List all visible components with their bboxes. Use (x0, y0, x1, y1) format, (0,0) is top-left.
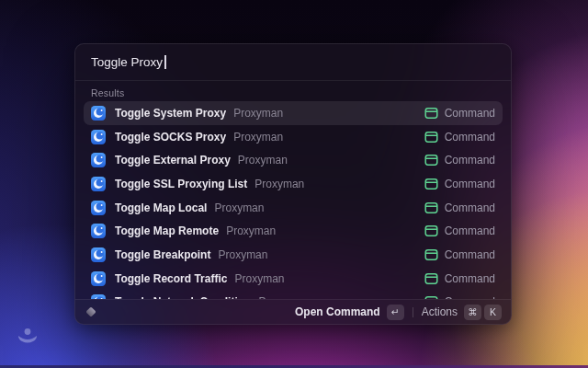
proxyman-app-icon (91, 153, 106, 167)
command-title: Toggle SSL Proxying List (115, 178, 247, 190)
list-item[interactable]: Toggle Breakpoint Proxyman Command (84, 243, 503, 267)
command-title: Toggle External Proxy (115, 154, 231, 167)
command-type-label: Command (445, 272, 495, 285)
list-item[interactable]: Toggle External Proxy Proxyman Command (84, 148, 503, 172)
command-subtitle: Proxyman (226, 224, 276, 237)
open-command-label: Open Command (295, 305, 380, 318)
command-type-label: Command (445, 107, 495, 120)
list-item[interactable]: Toggle SOCKS Proxy Proxyman Command (84, 125, 503, 149)
command-title: Toggle Record Traffic (115, 272, 227, 285)
list-item[interactable]: Toggle Network Condition Proxyman Comman… (84, 291, 503, 300)
command-subtitle: Proxyman (214, 201, 264, 214)
text-caret (164, 55, 166, 69)
results-section-label: Results (75, 81, 511, 101)
command-subtitle: Proxyman (254, 178, 304, 190)
command-type-label: Command (445, 154, 495, 167)
command-type-label: Command (445, 131, 495, 144)
command-subtitle: Proxyman (233, 131, 283, 144)
command-type-label: Command (445, 224, 495, 237)
list-item[interactable]: Toggle Record Traffic Proxyman Command (84, 267, 503, 291)
list-item[interactable]: Toggle SSL Proxying List Proxyman Comman… (84, 172, 503, 196)
terminal-window-icon (424, 224, 438, 237)
footer-divider (413, 307, 413, 317)
terminal-window-icon (424, 248, 438, 261)
proxyman-app-icon (91, 224, 106, 238)
list-item[interactable]: Toggle System Proxy Proxyman Command (84, 101, 503, 125)
actions-label: Actions (422, 305, 458, 318)
proxyman-app-icon (91, 177, 106, 191)
cmd-key-badge: ⌘ (464, 305, 481, 320)
terminal-window-icon (424, 131, 438, 144)
list-item[interactable]: Toggle Map Remote Proxyman Command (84, 219, 503, 243)
open-command-button[interactable]: Open Command ↵ (295, 305, 404, 320)
proxyman-app-icon (91, 130, 106, 144)
return-key-badge: ↵ (387, 305, 404, 320)
command-subtitle: Proxyman (234, 272, 284, 285)
actions-key-badges: ⌘ K (464, 305, 502, 320)
k-key-badge: K (484, 305, 502, 320)
footer-bar: Open Command ↵ Actions ⌘ K (75, 299, 511, 324)
proxyman-app-icon (91, 271, 106, 286)
search-value: Toggle Proxy (91, 55, 163, 69)
raycast-window: Toggle Proxy Results Toggle System Proxy… (74, 43, 512, 325)
proxyman-app-icon (91, 247, 106, 262)
command-type-label: Command (445, 201, 495, 214)
command-type-label: Command (445, 178, 495, 190)
terminal-window-icon (424, 178, 438, 190)
command-title: Toggle Map Remote (115, 224, 219, 237)
actions-button[interactable]: Actions ⌘ K (422, 305, 502, 320)
command-title: Toggle Breakpoint (115, 248, 210, 261)
search-input[interactable]: Toggle Proxy (75, 44, 511, 81)
command-type-label: Command (445, 248, 495, 261)
desktop: Toggle Proxy Results Toggle System Proxy… (0, 0, 588, 368)
command-title: Toggle SOCKS Proxy (115, 131, 226, 144)
terminal-window-icon (424, 272, 438, 285)
command-subtitle: Proxyman (218, 248, 267, 261)
terminal-window-icon (424, 154, 438, 167)
terminal-window-icon (424, 107, 438, 120)
proxyman-app-icon (91, 201, 106, 215)
results-list: Toggle System Proxy Proxyman Command Tog… (75, 101, 511, 299)
list-item[interactable]: Toggle Map Local Proxyman Command (84, 196, 503, 220)
command-subtitle: Proxyman (238, 154, 288, 167)
command-title: Toggle System Proxy (115, 107, 226, 120)
command-subtitle: Proxyman (233, 107, 283, 120)
command-title: Toggle Map Local (115, 201, 207, 214)
dove-icon (16, 327, 40, 349)
terminal-window-icon (424, 201, 438, 214)
proxyman-app-icon (91, 106, 106, 121)
raycast-diamond-icon (85, 305, 97, 318)
